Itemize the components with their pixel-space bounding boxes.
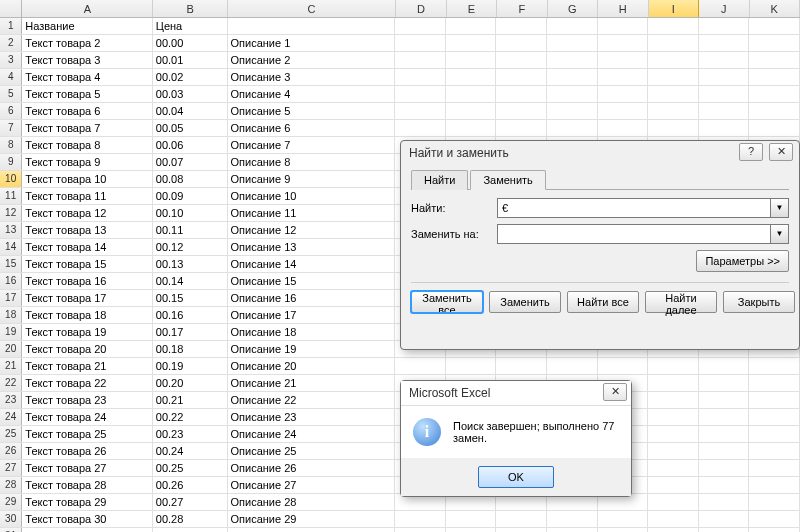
cell-c[interactable]: Описание 20 — [228, 358, 396, 374]
cell-empty[interactable] — [749, 52, 800, 68]
rowhead[interactable]: 10 — [0, 171, 22, 187]
cell-a[interactable]: Текст товара 22 — [22, 375, 152, 391]
colhead-H[interactable]: H — [598, 0, 648, 17]
cell-empty[interactable] — [395, 528, 446, 532]
cell-a[interactable]: Текст товара 11 — [22, 188, 152, 204]
cell-empty[interactable] — [446, 528, 497, 532]
cell-empty[interactable] — [699, 392, 750, 408]
cell-empty[interactable] — [446, 35, 497, 51]
rowhead[interactable]: 12 — [0, 205, 22, 221]
cell-a[interactable]: Текст товара 10 — [22, 171, 152, 187]
cell-empty[interactable] — [648, 443, 699, 459]
cell-empty[interactable] — [749, 511, 800, 527]
cell-empty[interactable] — [749, 477, 800, 493]
cell-empty[interactable] — [648, 86, 699, 102]
cell-b[interactable]: 00.25 — [153, 460, 228, 476]
cell-empty[interactable] — [648, 18, 699, 34]
rowhead[interactable]: 1 — [0, 18, 22, 34]
cell-a[interactable]: Текст товара 23 — [22, 392, 152, 408]
cell-b[interactable]: 00.04 — [153, 103, 228, 119]
cell-b[interactable]: 00.05 — [153, 120, 228, 136]
cell-a[interactable]: Текст товара 8 — [22, 137, 152, 153]
cell-a[interactable]: Текст товара 2 — [22, 35, 152, 51]
cell-c[interactable]: Описание 11 — [228, 205, 396, 221]
cell-empty[interactable] — [598, 511, 649, 527]
cell-c[interactable]: Описание 22 — [228, 392, 396, 408]
colhead-B[interactable]: B — [153, 0, 228, 17]
cell-c[interactable]: Описание 5 — [228, 103, 396, 119]
cell-empty[interactable] — [598, 35, 649, 51]
cell-empty[interactable] — [598, 52, 649, 68]
cell-a[interactable]: Название — [22, 18, 152, 34]
cell-empty[interactable] — [648, 358, 699, 374]
colhead-C[interactable]: C — [228, 0, 396, 17]
cell-a[interactable]: Текст товара 3 — [22, 52, 152, 68]
cell-empty[interactable] — [699, 528, 750, 532]
cell-a[interactable]: Текст товара 9 — [22, 154, 152, 170]
cell-b[interactable]: 00.26 — [153, 477, 228, 493]
rowhead[interactable]: 13 — [0, 222, 22, 238]
cell-empty[interactable] — [648, 120, 699, 136]
cell-empty[interactable] — [699, 375, 750, 391]
rowhead[interactable]: 5 — [0, 86, 22, 102]
cell-empty[interactable] — [648, 69, 699, 85]
cell-c[interactable]: Описание 16 — [228, 290, 396, 306]
cell-empty[interactable] — [446, 69, 497, 85]
rowhead[interactable]: 15 — [0, 256, 22, 272]
cell-b[interactable]: 00.18 — [153, 341, 228, 357]
rowhead[interactable]: 18 — [0, 307, 22, 323]
cell-c[interactable]: Описание 10 — [228, 188, 396, 204]
cell-empty[interactable] — [648, 426, 699, 442]
cell-a[interactable]: Текст товара 4 — [22, 69, 152, 85]
cell-c[interactable]: Описание 1 — [228, 35, 396, 51]
cell-empty[interactable] — [699, 426, 750, 442]
cell-empty[interactable] — [395, 86, 446, 102]
cell-empty[interactable] — [395, 103, 446, 119]
cell-empty[interactable] — [598, 69, 649, 85]
close-icon[interactable]: ✕ — [769, 143, 793, 161]
cell-a[interactable]: Текст товара 14 — [22, 239, 152, 255]
cell-empty[interactable] — [699, 511, 750, 527]
cell-b[interactable]: Цена — [153, 18, 228, 34]
rowhead[interactable]: 14 — [0, 239, 22, 255]
rowhead[interactable]: 11 — [0, 188, 22, 204]
rowhead[interactable]: 16 — [0, 273, 22, 289]
cell-c[interactable]: Описание 24 — [228, 426, 396, 442]
cell-empty[interactable] — [496, 69, 547, 85]
colhead-F[interactable]: F — [497, 0, 547, 17]
cell-empty[interactable] — [598, 18, 649, 34]
help-icon[interactable]: ? — [739, 143, 763, 161]
cell-empty[interactable] — [446, 358, 497, 374]
cell-empty[interactable] — [749, 443, 800, 459]
cell-b[interactable]: 00.22 — [153, 409, 228, 425]
cell-empty[interactable] — [699, 52, 750, 68]
cell-empty[interactable] — [699, 103, 750, 119]
cell-empty[interactable] — [395, 511, 446, 527]
cell-empty[interactable] — [395, 52, 446, 68]
cell-c[interactable]: Описание 28 — [228, 494, 396, 510]
cell-a[interactable]: Текст товара 18 — [22, 307, 152, 323]
cell-a[interactable]: Текст товара 15 — [22, 256, 152, 272]
colhead-J[interactable]: J — [699, 0, 749, 17]
cell-b[interactable]: 00.29 — [153, 528, 228, 532]
replace-dropdown-icon[interactable]: ▼ — [771, 224, 789, 244]
cell-empty[interactable] — [598, 358, 649, 374]
cell-empty[interactable] — [496, 86, 547, 102]
cell-empty[interactable] — [446, 103, 497, 119]
cell-empty[interactable] — [648, 103, 699, 119]
cell-empty[interactable] — [547, 69, 598, 85]
cell-c[interactable]: Описание 27 — [228, 477, 396, 493]
cell-empty[interactable] — [699, 120, 750, 136]
rowhead[interactable]: 22 — [0, 375, 22, 391]
cell-empty[interactable] — [598, 120, 649, 136]
cell-c[interactable]: Описание 6 — [228, 120, 396, 136]
cell-b[interactable]: 00.21 — [153, 392, 228, 408]
cell-b[interactable]: 00.06 — [153, 137, 228, 153]
cell-b[interactable]: 00.10 — [153, 205, 228, 221]
cell-c[interactable]: Описание 29 — [228, 511, 396, 527]
rowhead[interactable]: 28 — [0, 477, 22, 493]
cell-empty[interactable] — [749, 528, 800, 532]
cell-empty[interactable] — [598, 103, 649, 119]
cell-a[interactable]: Текст товара 25 — [22, 426, 152, 442]
cell-b[interactable]: 00.24 — [153, 443, 228, 459]
